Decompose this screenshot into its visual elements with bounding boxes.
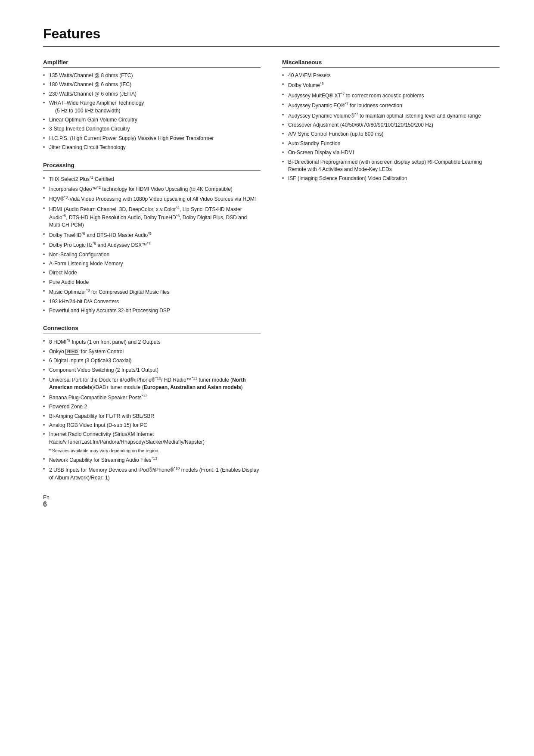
list-item: Audyssey Dynamic EQ®*7 for loudness corr…: [282, 101, 500, 109]
list-item: On-Screen Display via HDMI: [282, 149, 500, 156]
lang-label: En: [43, 495, 50, 501]
list-item: Internet Radio Connectivity (SiriusXM In…: [43, 431, 261, 446]
processing-section: Processing THX Select2 Plus*1 Certified …: [43, 162, 261, 315]
amplifier-section: Amplifier 135 Watts/Channel @ 8 ohms (FT…: [43, 59, 261, 152]
list-item: Direct Mode: [43, 269, 261, 277]
list-item: THX Select2 Plus*1 Certified: [43, 175, 261, 183]
miscellaneous-section: Miscellaneous 40 AM/FM Presets Dolby Vol…: [282, 59, 500, 183]
list-item: 230 Watts/Channel @ 6 ohms (JEITA): [43, 90, 261, 98]
list-item: 40 AM/FM Presets: [282, 72, 500, 79]
list-item: Component Video Switching (2 Inputs/1 Ou…: [43, 367, 261, 374]
footer-lang: En 6: [43, 495, 261, 508]
list-item: Dolby Volume*6: [282, 81, 500, 89]
list-item: Powerful and Highly Accurate 32-bit Proc…: [43, 307, 261, 314]
list-item: Pure Audio Mode: [43, 279, 261, 286]
list-item: Bi-Directional Preprogrammed (with onscr…: [282, 159, 500, 174]
list-item: A/V Sync Control Function (up to 800 ms): [282, 131, 500, 138]
list-item: Bi-Amping Capability for FL/FR with SBL/…: [43, 413, 261, 420]
list-item: 2 USB Inputs for Memory Devices and iPod…: [43, 466, 261, 482]
processing-heading: Processing: [43, 162, 261, 171]
list-item: 135 Watts/Channel @ 8 ohms (FTC): [43, 72, 261, 79]
connections-list: 8 HDMI*9 Inputs (1 on front panel) and 2…: [43, 338, 261, 446]
list-item: 8 HDMI*9 Inputs (1 on front panel) and 2…: [43, 338, 261, 346]
list-item: A-Form Listening Mode Memory: [43, 260, 261, 268]
page-title: Features: [43, 26, 500, 42]
connections-section: Connections 8 HDMI*9 Inputs (1 on front …: [43, 325, 261, 482]
list-item: ISF (Imaging Science Foundation) Video C…: [282, 175, 500, 182]
list-item: Audyssey Dynamic Volume®*7 to maintain o…: [282, 112, 500, 120]
list-item: Powered Zone 2: [43, 403, 261, 411]
miscellaneous-heading: Miscellaneous: [282, 59, 500, 68]
list-item: Dolby Pro Logic IIz*6 and Audyssey DSX™*…: [43, 241, 261, 249]
list-item: 6 Digital Inputs (3 Optical/3 Coaxial): [43, 357, 261, 364]
page-number: 6: [43, 501, 261, 508]
list-item: Linear Optimum Gain Volume Circuitry: [43, 116, 261, 124]
list-item: Auto Standby Function: [282, 140, 500, 147]
list-item: HDMI (Audio Return Channel, 3D, DeepColo…: [43, 205, 261, 229]
list-item: Network Capability for Streaming Audio F…: [43, 456, 261, 464]
amplifier-heading: Amplifier: [43, 59, 261, 68]
title-divider: [43, 46, 500, 47]
list-item: Music Optimizer*8 for Compressed Digital…: [43, 288, 261, 296]
list-item: 192 kHz/24-bit D/A Converters: [43, 298, 261, 305]
list-item: 180 Watts/Channel @ 6 ohms (IEC): [43, 81, 261, 88]
list-item: HQV®*3-Vida Video Processing with 1080p …: [43, 195, 261, 203]
processing-list: THX Select2 Plus*1 Certified Incorporate…: [43, 175, 261, 315]
list-item: Non-Scaling Configuration: [43, 251, 261, 258]
connections-heading: Connections: [43, 325, 261, 333]
list-item: 3-Step Inverted Darlington Circuitry: [43, 125, 261, 133]
content-columns: Amplifier 135 Watts/Channel @ 8 ohms (FT…: [43, 59, 500, 508]
list-item: Audyssey MultEQ® XT*7 to correct room ac…: [282, 91, 500, 100]
connections-list-cont: Network Capability for Streaming Audio F…: [43, 456, 261, 482]
left-column: Amplifier 135 Watts/Channel @ 8 ohms (FT…: [43, 59, 261, 508]
list-item: Jitter Cleaning Circuit Technology: [43, 144, 261, 151]
list-item: Universal Port for the Dock for iPod®/iP…: [43, 376, 261, 392]
list-item: Incorporates Qdeo™*2 technology for HDMI…: [43, 185, 261, 193]
amplifier-list: 135 Watts/Channel @ 8 ohms (FTC) 180 Wat…: [43, 72, 261, 152]
services-note: * Services available may vary depending …: [43, 448, 261, 454]
list-item: Crossover Adjustment (40/50/60/70/80/90/…: [282, 121, 500, 129]
list-item: Banana Plug-Compatible Speaker Posts*12: [43, 393, 261, 401]
right-column: Miscellaneous 40 AM/FM Presets Dolby Vol…: [282, 59, 500, 508]
list-item: Onkyo RIHD for System Control: [43, 348, 261, 355]
list-item: WRAT–Wide Range Amplifier Technology(5 H…: [43, 100, 261, 115]
list-item: Analog RGB Video Input (D-sub 15) for PC: [43, 422, 261, 429]
miscellaneous-list: 40 AM/FM Presets Dolby Volume*6 Audyssey…: [282, 72, 500, 183]
list-item: Dolby TrueHD*6 and DTS-HD Master Audio*5: [43, 231, 261, 239]
list-item: H.C.P.S. (High Current Power Supply) Mas…: [43, 135, 261, 142]
